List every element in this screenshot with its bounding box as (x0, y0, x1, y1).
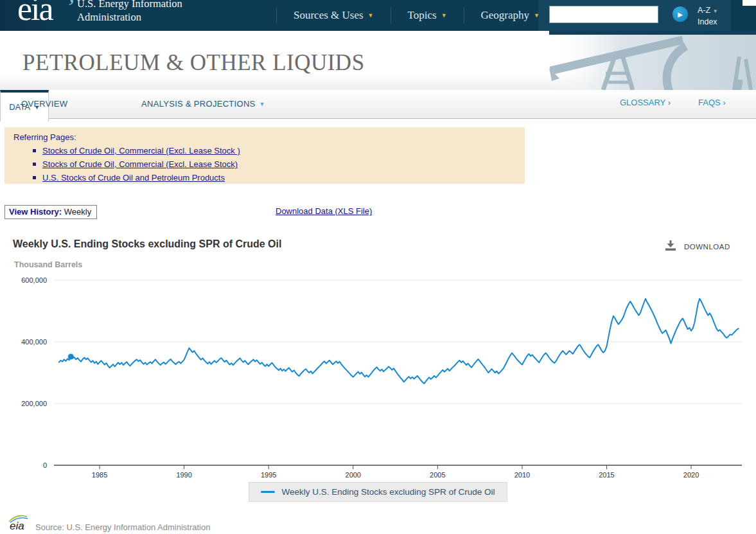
page-title: PETROLEUM & OTHER LIQUIDS (22, 50, 365, 76)
svg-text:2000: 2000 (346, 471, 361, 479)
bullet-icon (33, 163, 36, 166)
search-input[interactable] (549, 6, 658, 23)
menu-topics-label: Topics (408, 9, 437, 22)
corner-box (743, 0, 756, 6)
legend-label: Weekly U.S. Ending Stocks excluding SPR … (281, 487, 495, 497)
svg-text:2020: 2020 (683, 471, 699, 479)
navbar-menu: Sources & Uses ▼ Topics ▼ Geography ▼ (276, 0, 556, 31)
list-item: Stocks of Crude Oil, Commercial (Excl. L… (33, 146, 516, 156)
menu-sources-uses-label: Sources & Uses (294, 9, 364, 22)
download-data-link[interactable]: Download Data (XLS File) (276, 206, 372, 216)
chevron-down-icon: ▼ (368, 13, 374, 19)
svg-text:1990: 1990 (176, 471, 191, 479)
legend-item[interactable]: Weekly U.S. Ending Stocks excluding SPR … (249, 482, 507, 502)
tab-analysis-projections[interactable]: ANALYSIS & PROJECTIONS ▼ (141, 99, 265, 109)
svg-text:2005: 2005 (430, 471, 445, 479)
az-index[interactable]: A-Z ▼ Index (698, 5, 718, 27)
chevron-down-icon: ▼ (534, 13, 540, 19)
bullet-icon (33, 149, 36, 152)
stocks-chart-svg: 0200,000400,000600,000198519901995200020… (0, 257, 756, 479)
tab-bar: OVERVIEW DATA ▼ ANALYSIS & PROJECTIONS ▼… (0, 90, 756, 119)
chart-download-button[interactable]: DOWNLOAD (665, 240, 730, 253)
page: eia ’ U.S. Energy Information Administra… (0, 0, 756, 534)
svg-text:1985: 1985 (92, 471, 107, 479)
legend-line-icon (261, 491, 275, 493)
chevron-down-icon: ▼ (259, 101, 265, 107)
menu-topics[interactable]: Topics ▼ (391, 7, 464, 24)
stocks-chart: 0200,000400,000600,000198519901995200020… (0, 257, 756, 479)
eia-logo-text: eia (17, 0, 53, 27)
menu-sources-uses[interactable]: Sources & Uses ▼ (276, 7, 391, 24)
tab-overview[interactable]: OVERVIEW (21, 99, 67, 109)
az-index-line2: Index (698, 17, 718, 27)
chevron-down-icon: ▼ (713, 8, 718, 14)
eia-flame-icon: ’ (64, 0, 76, 20)
list-item: U.S. Stocks of Crude Oil and Petroleum P… (33, 173, 516, 182)
tab-analysis-label: ANALYSIS & PROJECTIONS (141, 99, 256, 109)
view-history-label: View History: (9, 207, 62, 217)
source-attribution: Source: U.S. Energy Information Administ… (35, 522, 210, 532)
search-go-icon: ▶ (678, 11, 683, 18)
tab-overview-label: OVERVIEW (21, 99, 67, 109)
referring-link-2[interactable]: Stocks of Crude Oil, Commercial (Excl. L… (42, 159, 238, 169)
chevron-down-icon: ▼ (441, 13, 447, 19)
pumpjack-image (549, 31, 756, 90)
menu-geography[interactable]: Geography ▼ (464, 7, 556, 24)
glossary-link[interactable]: GLOSSARY › (620, 98, 671, 107)
svg-text:1995: 1995 (261, 471, 276, 479)
view-history-control[interactable]: View History: Weekly (4, 205, 97, 219)
bullet-icon (33, 176, 36, 179)
referring-link-1[interactable]: Stocks of Crude Oil, Commercial (Excl. L… (42, 146, 240, 156)
search-go-button[interactable]: ▶ (672, 6, 688, 22)
svg-text:2010: 2010 (514, 471, 530, 479)
agency-name: U.S. Energy Information Administration (77, 0, 182, 24)
agency-line1: U.S. Energy Information (77, 0, 182, 10)
view-history-value: Weekly (64, 207, 91, 217)
svg-text:600,000: 600,000 (21, 276, 47, 284)
faqs-link[interactable]: FAQS › (698, 98, 726, 107)
chart-title: Weekly U.S. Ending Stocks excluding SPR … (13, 238, 281, 250)
eia-footer-logo[interactable]: eia (8, 513, 32, 531)
referring-link-3[interactable]: U.S. Stocks of Crude Oil and Petroleum P… (42, 173, 225, 182)
agency-line2: Administration (77, 10, 182, 24)
list-item: Stocks of Crude Oil, Commercial (Excl. L… (33, 159, 516, 169)
chart-legend-row: Weekly U.S. Ending Stocks excluding SPR … (0, 482, 756, 502)
referring-pages-box: Referring Pages: Stocks of Crude Oil, Co… (4, 127, 525, 184)
svg-text:200,000: 200,000 (21, 400, 47, 407)
svg-text:2015: 2015 (599, 471, 614, 479)
eia-logo[interactable]: eia (17, 0, 53, 28)
svg-text:0: 0 (43, 461, 47, 469)
top-navbar: eia ’ U.S. Energy Information Administra… (0, 0, 756, 31)
download-icon (665, 240, 676, 253)
svg-text:eia: eia (10, 520, 24, 531)
menu-geography-label: Geography (481, 9, 530, 22)
chart-download-label: DOWNLOAD (684, 243, 730, 251)
svg-text:400,000: 400,000 (21, 338, 47, 346)
referring-pages-title: Referring Pages: (13, 132, 516, 142)
az-index-line1: A-Z (698, 6, 710, 15)
section-header: PETROLEUM & OTHER LIQUIDS (0, 31, 756, 90)
